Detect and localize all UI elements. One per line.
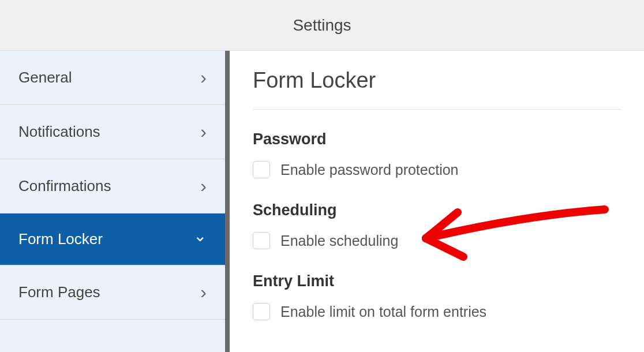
sidebar-item-label: Confirmations <box>18 177 111 195</box>
annotation-arrow-icon <box>409 186 611 261</box>
content-panel: Form Locker Password Enable password pro… <box>230 51 644 352</box>
chevron-down-icon <box>193 230 207 249</box>
checkbox-label-password: Enable password protection <box>280 162 459 178</box>
sidebar-item-label: Form Locker <box>18 230 103 248</box>
sidebar-item-form-locker[interactable]: Form Locker <box>0 214 225 265</box>
main-container: General Notifications Confirmations Form… <box>0 51 644 352</box>
checkbox-scheduling[interactable] <box>253 232 270 249</box>
sidebar-item-general[interactable]: General <box>0 51 225 105</box>
checkbox-row-scheduling: Enable scheduling <box>253 232 621 249</box>
checkbox-row-entry-limit: Enable limit on total form entries <box>253 303 621 320</box>
sidebar-item-label: General <box>18 69 72 87</box>
header: Settings <box>0 0 644 51</box>
sidebar: General Notifications Confirmations Form… <box>0 51 230 352</box>
chevron-right-icon <box>200 175 207 197</box>
section-entry-limit-heading: Entry Limit <box>253 272 621 290</box>
sidebar-item-confirmations[interactable]: Confirmations <box>0 159 225 214</box>
sidebar-item-label: Notifications <box>18 123 100 141</box>
checkbox-row-password: Enable password protection <box>253 161 621 178</box>
checkbox-entry-limit[interactable] <box>253 303 270 320</box>
sidebar-item-label: Form Pages <box>18 283 100 301</box>
chevron-right-icon <box>200 67 207 88</box>
sidebar-item-notifications[interactable]: Notifications <box>0 105 225 159</box>
section-password-heading: Password <box>253 130 621 148</box>
checkbox-label-scheduling: Enable scheduling <box>280 233 398 249</box>
section-scheduling-heading: Scheduling <box>253 201 621 219</box>
sidebar-item-form-pages[interactable]: Form Pages <box>0 265 225 320</box>
header-title: Settings <box>293 16 351 35</box>
chevron-right-icon <box>200 282 207 303</box>
checkbox-password-protection[interactable] <box>253 161 270 178</box>
chevron-right-icon <box>200 121 207 143</box>
page-title: Form Locker <box>253 68 621 93</box>
checkbox-label-entry-limit: Enable limit on total form entries <box>280 304 486 320</box>
divider <box>253 109 621 110</box>
